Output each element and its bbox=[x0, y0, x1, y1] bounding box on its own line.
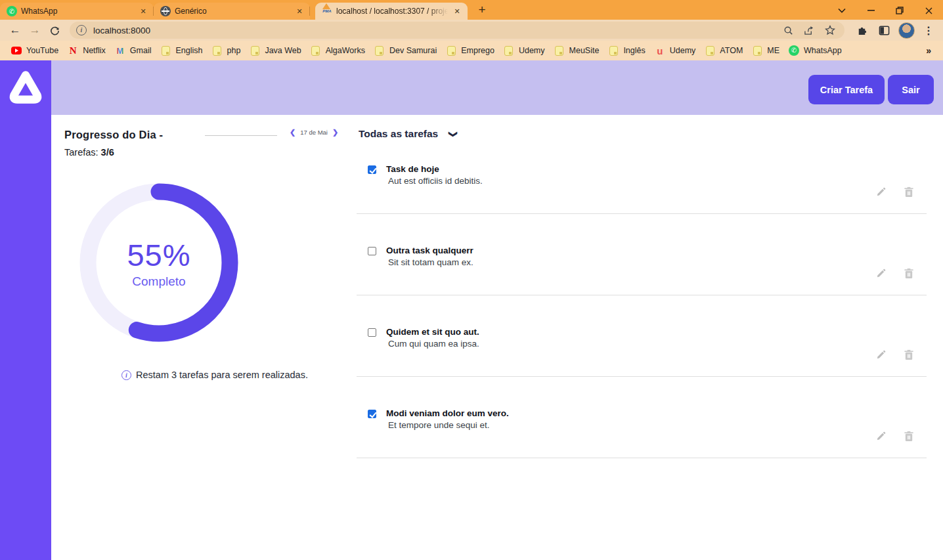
tab-search-chevron-icon[interactable] bbox=[827, 1, 856, 20]
task-title: Task de hoje bbox=[386, 164, 483, 174]
tab-close-icon[interactable]: ✕ bbox=[294, 6, 305, 16]
create-task-button[interactable]: Criar Tarefa bbox=[808, 75, 885, 104]
page-icon bbox=[706, 46, 714, 56]
delete-trash-icon[interactable] bbox=[903, 267, 915, 279]
app-header-band: Criar Tarefa Sair bbox=[51, 60, 943, 115]
bookmarks-bar: YouTube NNetflix MGmail English php Java… bbox=[0, 41, 943, 60]
edit-pencil-icon[interactable] bbox=[875, 349, 887, 360]
window-restore-button[interactable] bbox=[885, 1, 914, 20]
bookmark-java-web[interactable]: Java Web bbox=[245, 43, 305, 58]
extensions-puzzle-icon[interactable] bbox=[852, 21, 871, 39]
tab-close-icon[interactable]: ✕ bbox=[138, 6, 148, 16]
forward-icon[interactable]: → bbox=[25, 21, 45, 39]
whatsapp-icon: ✆ bbox=[789, 45, 799, 56]
share-icon[interactable] bbox=[801, 22, 817, 38]
bookmark-english[interactable]: English bbox=[156, 43, 208, 58]
date-navigator: ❮ 17 de Mai ❯ bbox=[290, 128, 338, 137]
page-icon bbox=[609, 46, 618, 56]
delete-trash-icon[interactable] bbox=[903, 186, 915, 198]
task-checkbox[interactable] bbox=[368, 247, 376, 255]
progress-title: Progresso do Dia - bbox=[64, 129, 163, 141]
new-tab-button[interactable]: + bbox=[473, 1, 491, 20]
task-checkbox[interactable] bbox=[368, 328, 376, 337]
url-text[interactable]: localhost:8000 bbox=[93, 26, 775, 35]
app-sidebar bbox=[0, 60, 51, 560]
task-description: Et tempore unde sequi et. bbox=[388, 420, 509, 430]
logout-button[interactable]: Sair bbox=[888, 75, 934, 104]
bookmark-meusite[interactable]: MeuSite bbox=[550, 43, 604, 58]
page-icon bbox=[504, 46, 513, 56]
edit-pencil-icon[interactable] bbox=[875, 186, 887, 198]
bookmark-emprego[interactable]: Emprego bbox=[441, 43, 499, 58]
bookmark-ingles[interactable]: Inglês bbox=[603, 43, 649, 58]
next-day-icon[interactable]: ❯ bbox=[332, 128, 338, 137]
browser-menu-kebab-icon[interactable]: ⋮ bbox=[919, 21, 938, 39]
page-icon bbox=[555, 46, 563, 56]
task-count: Tarefas:3/6 bbox=[64, 147, 114, 158]
whatsapp-icon: ✆ bbox=[7, 6, 17, 16]
page-icon bbox=[213, 46, 221, 56]
side-panel-icon[interactable] bbox=[875, 21, 893, 39]
youtube-icon bbox=[11, 47, 22, 54]
delete-trash-icon[interactable] bbox=[903, 430, 915, 442]
tab-title: localhost / localhost:3307 / proje bbox=[336, 7, 448, 16]
reload-icon[interactable] bbox=[45, 21, 64, 39]
browser-toolbar: ← → i localhost:8000 ⋮ bbox=[0, 20, 943, 41]
bookmark-youtube[interactable]: YouTube bbox=[7, 43, 63, 58]
task-list: Task de hoje Aut est officiis id debitis… bbox=[357, 164, 927, 490]
task-description: Sit sit totam quam ex. bbox=[388, 257, 473, 267]
delete-trash-icon[interactable] bbox=[903, 349, 915, 360]
task-app-page: Criar Tarefa Sair Progresso do Dia - ❮ 1… bbox=[0, 60, 943, 560]
address-bar[interactable]: i localhost:8000 bbox=[70, 22, 844, 39]
profile-avatar[interactable] bbox=[897, 21, 915, 39]
page-icon bbox=[447, 46, 456, 56]
bookmark-netflix[interactable]: NNetflix bbox=[63, 43, 110, 58]
globe-icon bbox=[160, 6, 171, 16]
zoom-magnifier-icon[interactable] bbox=[780, 22, 796, 38]
udemy-icon: u bbox=[655, 45, 665, 56]
bookmark-whatsapp[interactable]: ✆WhatsApp bbox=[784, 43, 846, 58]
bookmarks-overflow-chevron[interactable]: » bbox=[921, 45, 936, 56]
bookmark-atom[interactable]: ATOM bbox=[700, 43, 747, 58]
task-row: Task de hoje Aut est officiis id debitis… bbox=[357, 164, 927, 214]
bookmark-gmail[interactable]: MGmail bbox=[110, 43, 156, 58]
prev-day-icon[interactable]: ❮ bbox=[290, 128, 296, 137]
task-description: Cum qui quam ea ipsa. bbox=[388, 339, 479, 349]
netflix-icon: N bbox=[68, 45, 78, 56]
date-underline bbox=[205, 135, 277, 136]
window-minimize-button[interactable] bbox=[856, 1, 885, 20]
bookmark-algaworks[interactable]: AlgaWorks bbox=[306, 43, 370, 58]
current-date-label: 17 de Mai bbox=[300, 129, 328, 136]
back-icon[interactable]: ← bbox=[5, 21, 25, 39]
bookmark-php[interactable]: php bbox=[208, 43, 246, 58]
browser-tab-generico[interactable]: Genérico ✕ bbox=[154, 3, 310, 20]
page-icon bbox=[753, 46, 762, 56]
bookmark-udemy-2[interactable]: uUdemy bbox=[650, 43, 701, 58]
app-logo-icon bbox=[7, 67, 44, 106]
page-icon bbox=[311, 46, 320, 56]
filter-label: Todas as tarefas bbox=[359, 128, 438, 140]
edit-pencil-icon[interactable] bbox=[875, 267, 887, 279]
task-checkbox[interactable] bbox=[368, 165, 376, 174]
bookmark-me[interactable]: ME bbox=[747, 43, 784, 58]
task-checkbox[interactable] bbox=[368, 410, 376, 418]
edit-pencil-icon[interactable] bbox=[875, 430, 887, 442]
task-title: Quidem et sit quo aut. bbox=[386, 327, 479, 337]
task-count-value: 3/6 bbox=[101, 147, 114, 158]
bookmark-dev-samurai[interactable]: Dev Samurai bbox=[370, 43, 441, 58]
tab-close-icon[interactable]: ✕ bbox=[452, 6, 462, 16]
bookmark-udemy[interactable]: Udemy bbox=[499, 43, 550, 58]
site-info-icon[interactable]: i bbox=[76, 25, 87, 35]
browser-tab-phpmyadmin[interactable]: PMA localhost / localhost:3307 / proje ✕ bbox=[315, 3, 468, 20]
progress-donut-chart: 55% Completo bbox=[79, 183, 238, 342]
task-filter-select[interactable]: Todas as tarefas ❯ bbox=[359, 128, 457, 140]
task-row: Modi veniam dolor eum vero. Et tempore u… bbox=[357, 408, 927, 458]
page-icon bbox=[251, 46, 259, 56]
task-row: Outra task qualquerr Sit sit totam quam … bbox=[357, 246, 927, 295]
progress-complete-label: Completo bbox=[132, 274, 185, 289]
task-title: Modi veniam dolor eum vero. bbox=[386, 408, 509, 418]
bookmark-star-icon[interactable] bbox=[822, 22, 838, 38]
page-icon bbox=[375, 46, 384, 56]
window-close-button[interactable] bbox=[914, 1, 943, 20]
browser-tab-whatsapp[interactable]: ✆ WhatsApp ✕ bbox=[0, 3, 154, 20]
